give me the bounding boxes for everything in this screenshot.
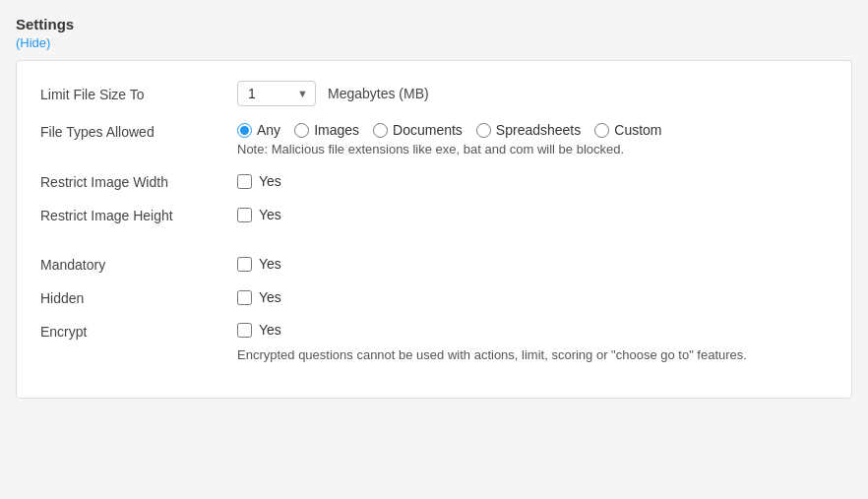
encrypt-checkbox-label: Yes: [259, 322, 281, 338]
file-size-select-wrapper: 1 2 5 10 20 50 ▼: [237, 81, 316, 106]
mandatory-label: Mandatory: [40, 255, 237, 273]
file-types-label: File Types Allowed: [40, 122, 237, 140]
restrict-height-label: Restrict Image Height: [40, 206, 237, 223]
restrict-width-label: Restrict Image Width: [40, 172, 237, 190]
radio-any-label: Any: [257, 122, 280, 138]
hidden-checkbox-option[interactable]: Yes: [237, 289, 828, 305]
radio-option-custom[interactable]: Custom: [594, 122, 661, 138]
restrict-width-checkbox-option[interactable]: Yes: [237, 173, 828, 189]
hidden-label: Hidden: [40, 288, 237, 306]
file-types-radio-group: Any Images Documents Spreadsheets Custom: [237, 122, 828, 138]
radio-documents-label: Documents: [393, 122, 463, 138]
radio-spreadsheets-label: Spreadsheets: [496, 122, 581, 138]
mandatory-checkbox-option[interactable]: Yes: [237, 256, 828, 272]
hidden-checkbox-label: Yes: [259, 289, 281, 305]
restrict-width-checkbox[interactable]: [237, 174, 252, 189]
radio-option-images[interactable]: Images: [294, 122, 359, 138]
mandatory-checkbox-label: Yes: [259, 256, 281, 272]
file-types-note: Note: Malicious file extensions like exe…: [237, 142, 828, 156]
hidden-control: Yes: [237, 289, 828, 305]
encrypt-control: Yes Encrypted questions cannot be used w…: [237, 322, 828, 362]
encrypt-row: Encrypt Yes Encrypted questions cannot b…: [40, 322, 828, 362]
divider-1: [40, 239, 828, 255]
radio-images-label: Images: [314, 122, 359, 138]
mandatory-row: Mandatory Yes: [40, 255, 828, 273]
encrypt-checkbox-option[interactable]: Yes: [237, 322, 828, 338]
restrict-height-checkbox-label: Yes: [259, 207, 281, 222]
hidden-checkbox[interactable]: [237, 290, 252, 305]
settings-panel: Limit File Size To 1 2 5 10 20 50 ▼ Mega…: [16, 60, 852, 399]
limit-file-size-control: 1 2 5 10 20 50 ▼ Megabytes (MB): [237, 81, 828, 106]
radio-documents[interactable]: [373, 123, 388, 138]
radio-any[interactable]: [237, 123, 252, 138]
limit-file-size-label: Limit File Size To: [40, 85, 237, 102]
mandatory-control: Yes: [237, 256, 828, 272]
hide-link[interactable]: (Hide): [16, 35, 50, 50]
restrict-height-row: Restrict Image Height Yes: [40, 206, 828, 223]
mb-unit-label: Megabytes (MB): [328, 86, 429, 101]
file-size-select[interactable]: 1 2 5 10 20 50: [237, 81, 316, 106]
radio-images[interactable]: [294, 123, 309, 138]
file-types-control: Any Images Documents Spreadsheets Custom: [237, 122, 828, 156]
file-types-row: File Types Allowed Any Images Documents …: [40, 122, 828, 156]
hidden-row: Hidden Yes: [40, 288, 828, 306]
radio-option-spreadsheets[interactable]: Spreadsheets: [476, 122, 581, 138]
mandatory-checkbox[interactable]: [237, 257, 252, 272]
radio-option-documents[interactable]: Documents: [373, 122, 463, 138]
encrypt-checkbox[interactable]: [237, 323, 252, 338]
limit-file-size-row: Limit File Size To 1 2 5 10 20 50 ▼ Mega…: [40, 81, 828, 106]
restrict-height-checkbox-option[interactable]: Yes: [237, 207, 828, 222]
restrict-width-row: Restrict Image Width Yes: [40, 172, 828, 190]
settings-title: Settings: [16, 16, 852, 32]
encrypt-note: Encrypted questions cannot be used with …: [237, 347, 828, 362]
radio-custom[interactable]: [594, 123, 609, 138]
radio-custom-label: Custom: [614, 122, 661, 138]
restrict-height-checkbox[interactable]: [237, 208, 252, 222]
restrict-height-control: Yes: [237, 207, 828, 222]
radio-option-any[interactable]: Any: [237, 122, 280, 138]
restrict-width-control: Yes: [237, 173, 828, 189]
restrict-width-checkbox-label: Yes: [259, 173, 281, 189]
settings-header: Settings (Hide): [16, 16, 852, 50]
encrypt-label: Encrypt: [40, 322, 237, 340]
radio-spreadsheets[interactable]: [476, 123, 491, 138]
